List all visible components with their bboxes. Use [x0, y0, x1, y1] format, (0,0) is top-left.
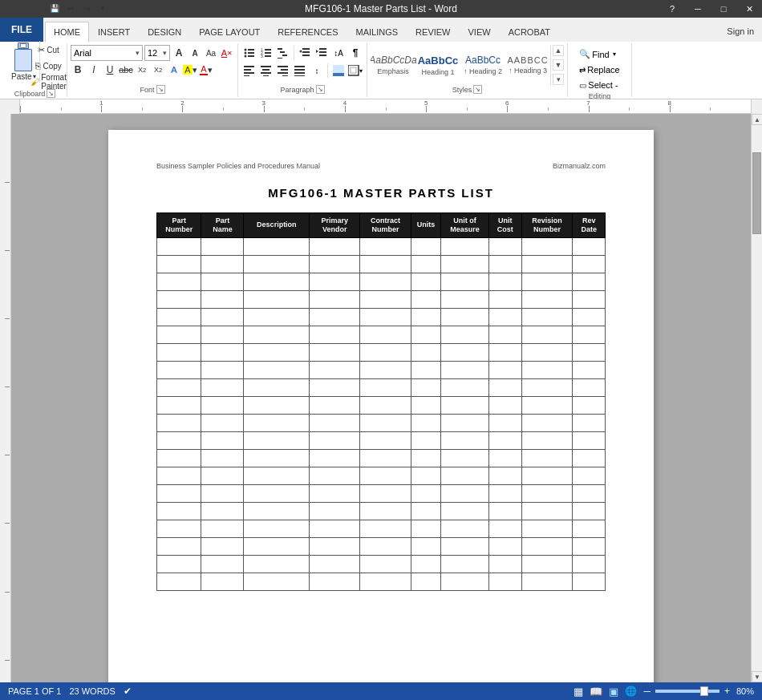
table-cell[interactable]	[244, 308, 310, 326]
table-cell[interactable]	[360, 237, 411, 255]
table-cell[interactable]	[441, 343, 489, 361]
table-cell[interactable]	[157, 520, 201, 537]
replace-button[interactable]: ⇄ Replace	[575, 63, 623, 77]
table-cell[interactable]	[521, 237, 573, 255]
table-cell[interactable]	[244, 378, 310, 396]
table-cell[interactable]	[573, 520, 606, 537]
shading-button[interactable]	[330, 63, 347, 79]
table-cell[interactable]	[244, 290, 310, 308]
table-cell[interactable]	[310, 431, 360, 449]
table-cell[interactable]	[573, 414, 606, 431]
table-cell[interactable]	[521, 467, 573, 484]
format-painter-button[interactable]: 🖌 Format Painter	[42, 75, 56, 89]
table-cell[interactable]	[201, 290, 244, 308]
table-cell[interactable]	[489, 273, 522, 290]
table-cell[interactable]	[310, 237, 360, 255]
close-button[interactable]: ✕	[736, 0, 762, 18]
table-cell[interactable]	[157, 273, 201, 290]
table-cell[interactable]	[521, 378, 573, 396]
style-emphasis[interactable]: AaBbCcDa Emphasis	[371, 45, 415, 85]
table-cell[interactable]	[360, 378, 411, 396]
table-cell[interactable]	[360, 431, 411, 449]
table-cell[interactable]	[310, 502, 360, 520]
table-cell[interactable]	[441, 484, 489, 502]
tab-view[interactable]: VIEW	[460, 21, 500, 42]
table-cell[interactable]	[201, 449, 244, 467]
table-cell[interactable]	[521, 520, 573, 537]
table-cell[interactable]	[573, 378, 606, 396]
show-formatting-button[interactable]: ¶	[347, 45, 363, 61]
table-cell[interactable]	[310, 290, 360, 308]
table-cell[interactable]	[573, 484, 606, 502]
table-cell[interactable]	[573, 431, 606, 449]
tab-review[interactable]: REVIEW	[407, 21, 459, 42]
zoom-in-button[interactable]: +	[724, 686, 730, 697]
minimize-button[interactable]: ─	[685, 0, 711, 18]
table-cell[interactable]	[411, 308, 440, 326]
table-cell[interactable]	[157, 573, 201, 590]
tab-design[interactable]: DESIGN	[139, 21, 190, 42]
table-cell[interactable]	[157, 537, 201, 555]
zoom-out-button[interactable]: ─	[643, 686, 651, 697]
table-cell[interactable]	[521, 502, 573, 520]
table-cell[interactable]	[310, 255, 360, 273]
table-cell[interactable]	[573, 502, 606, 520]
table-cell[interactable]	[489, 502, 522, 520]
table-cell[interactable]	[411, 573, 440, 590]
table-cell[interactable]	[411, 326, 440, 343]
table-cell[interactable]	[489, 414, 522, 431]
table-cell[interactable]	[244, 396, 310, 414]
table-cell[interactable]	[157, 378, 201, 396]
line-spacing-button[interactable]: ↕	[309, 63, 325, 79]
table-cell[interactable]	[441, 326, 489, 343]
table-cell[interactable]	[573, 237, 606, 255]
table-cell[interactable]	[521, 361, 573, 378]
table-cell[interactable]	[411, 555, 440, 573]
table-cell[interactable]	[360, 520, 411, 537]
table-cell[interactable]	[573, 449, 606, 467]
table-cell[interactable]	[360, 555, 411, 573]
table-cell[interactable]	[489, 537, 522, 555]
table-cell[interactable]	[157, 502, 201, 520]
table-cell[interactable]	[244, 431, 310, 449]
table-cell[interactable]	[360, 255, 411, 273]
font-color-button[interactable]: A▾	[199, 63, 213, 77]
table-cell[interactable]	[521, 537, 573, 555]
table-cell[interactable]	[244, 414, 310, 431]
table-cell[interactable]	[411, 343, 440, 361]
table-cell[interactable]	[244, 502, 310, 520]
sort-button[interactable]: ↕A	[330, 45, 347, 61]
border-button[interactable]: ▾	[347, 63, 363, 79]
table-cell[interactable]	[201, 414, 244, 431]
table-cell[interactable]	[411, 237, 440, 255]
file-tab[interactable]: FILE	[0, 18, 43, 42]
table-cell[interactable]	[489, 520, 522, 537]
table-cell[interactable]	[521, 290, 573, 308]
table-cell[interactable]	[411, 467, 440, 484]
table-cell[interactable]	[360, 290, 411, 308]
text-effect-button[interactable]: A	[167, 63, 181, 77]
table-cell[interactable]	[244, 573, 310, 590]
table-cell[interactable]	[360, 537, 411, 555]
table-cell[interactable]	[310, 520, 360, 537]
table-cell[interactable]	[573, 573, 606, 590]
table-cell[interactable]	[244, 237, 310, 255]
style-heading2[interactable]: AaBbCc ↑ Heading 2	[460, 45, 505, 85]
font-size-input[interactable]: 12 ▾	[144, 45, 170, 61]
table-cell[interactable]	[201, 537, 244, 555]
table-cell[interactable]	[157, 290, 201, 308]
table-cell[interactable]	[521, 449, 573, 467]
table-cell[interactable]	[310, 555, 360, 573]
table-cell[interactable]	[489, 343, 522, 361]
table-cell[interactable]	[201, 484, 244, 502]
table-cell[interactable]	[573, 396, 606, 414]
table-cell[interactable]	[157, 414, 201, 431]
tab-page-layout[interactable]: PAGE LAYOUT	[190, 21, 269, 42]
table-cell[interactable]	[310, 414, 360, 431]
scroll-up-button[interactable]: ▲	[752, 114, 762, 125]
table-cell[interactable]	[411, 502, 440, 520]
copy-button[interactable]: ⎘ Copy	[42, 59, 56, 73]
table-cell[interactable]	[489, 396, 522, 414]
table-cell[interactable]	[360, 396, 411, 414]
font-grow-button[interactable]: A	[172, 46, 186, 60]
